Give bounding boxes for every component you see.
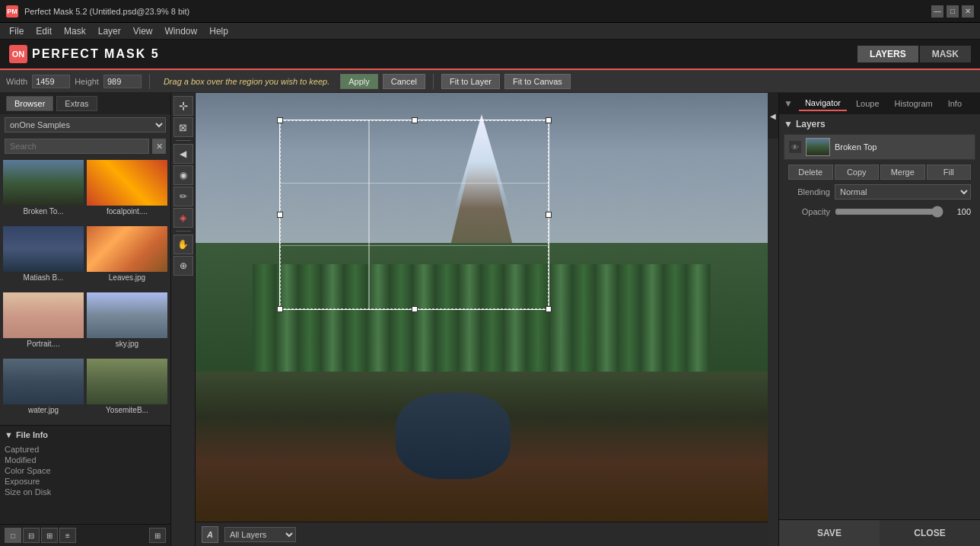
apply-button[interactable]: Apply [340, 74, 378, 89]
fit-to-layer-button[interactable]: Fit to Layer [441, 74, 500, 89]
color-picker-tool-button[interactable]: ◉ [173, 165, 193, 185]
exposure-label: Exposure [5, 477, 40, 486]
toolbar-separator [149, 74, 150, 89]
menu-help[interactable]: Help [203, 24, 234, 38]
list-view-button[interactable]: ≡ [59, 528, 76, 543]
thumbnail-image [3, 160, 84, 206]
handle-mid-left[interactable] [277, 212, 283, 218]
handle-bottom-right[interactable] [546, 306, 552, 312]
width-input[interactable] [32, 75, 70, 88]
menu-edit[interactable]: Edit [30, 24, 58, 38]
list-item[interactable]: water.jpg [3, 359, 84, 422]
right-panel-collapse-button[interactable]: ◀ [768, 93, 778, 139]
browser-bottom-toolbar: □ ⊟ ⊞ ≡ ⊞ [0, 524, 170, 546]
cancel-button[interactable]: Cancel [383, 74, 425, 89]
annotation-button[interactable]: A [202, 526, 218, 543]
close-panel-button[interactable]: CLOSE [880, 520, 980, 546]
thumbnail-label: sky.jpg [87, 338, 167, 350]
opacity-slider[interactable] [835, 206, 943, 218]
pan-tool-button[interactable]: ✋ [173, 235, 193, 254]
handle-mid-right[interactable] [546, 212, 552, 218]
close-window-button[interactable]: ✕ [962, 5, 974, 18]
handle-top-center[interactable] [412, 117, 418, 123]
layers-select[interactable]: All Layers Current Layer [224, 527, 296, 542]
single-view-button[interactable]: □ [5, 528, 21, 543]
layers-section-title[interactable]: ▼ Layers [784, 119, 975, 129]
thumbnail-image [3, 226, 84, 272]
handle-top-left[interactable] [277, 117, 283, 123]
info-tab[interactable]: Info [942, 97, 968, 110]
search-clear-button[interactable]: ✕ [152, 139, 166, 154]
layer-action-buttons: Delete Copy Merge Fill [784, 160, 975, 181]
list-item[interactable]: sky.jpg [87, 292, 167, 356]
blending-select[interactable]: Normal Multiply Screen Overlay [835, 184, 971, 200]
delete-layer-button[interactable]: Delete [788, 164, 833, 180]
handle-bottom-center[interactable] [412, 306, 418, 312]
right-collapse-icon[interactable]: ▼ [784, 98, 793, 109]
grid-button-container: ⊞ [149, 528, 166, 543]
layer-visibility-toggle[interactable]: 👁 [789, 141, 801, 153]
colorspace-label: Color Space [5, 466, 51, 475]
selection-border [280, 120, 549, 309]
window-title: Perfect Mask 5.2 (Untitled.psd@23.9% 8 b… [24, 7, 925, 16]
menu-file[interactable]: File [3, 24, 30, 38]
file-info-row: Captured [5, 444, 166, 455]
merge-layer-button[interactable]: Merge [880, 164, 925, 180]
thumbnail-label: Broken To... [3, 206, 84, 217]
crop-instruction: Drag a box over the region you wish to k… [164, 77, 329, 86]
title-bar: PM Perfect Mask 5.2 (Untitled.psd@23.9% … [0, 0, 980, 23]
save-button[interactable]: SAVE [779, 520, 880, 546]
three-view-button[interactable]: ⊞ [41, 528, 58, 543]
tool-separator [176, 140, 191, 141]
minimize-button[interactable]: — [931, 5, 943, 18]
tab-mask[interactable]: MASK [920, 46, 971, 62]
opacity-label: Opacity [788, 207, 830, 216]
menu-window[interactable]: Window [159, 24, 204, 38]
tab-layers[interactable]: LAYERS [858, 46, 918, 62]
back-tool-button[interactable]: ◀ [173, 144, 193, 164]
fit-to-canvas-button[interactable]: Fit to Canvas [504, 74, 571, 89]
height-input[interactable] [103, 75, 142, 88]
list-item[interactable]: Broken To... [3, 160, 84, 223]
crop-tool-button[interactable]: ⊹ [173, 96, 193, 116]
loupe-tab[interactable]: Loupe [850, 97, 886, 110]
crop-selection-box[interactable] [279, 120, 549, 310]
two-view-button[interactable]: ⊟ [23, 528, 40, 543]
eraser-tool-button[interactable]: ◈ [173, 208, 193, 228]
list-item[interactable]: Leaves.jpg [87, 226, 167, 289]
layer-item[interactable]: 👁 Broken Top [784, 135, 975, 159]
thumbnail-image [3, 292, 84, 338]
search-input[interactable] [5, 139, 149, 154]
sample-select[interactable]: onOne Samples [5, 117, 166, 133]
file-info-row: Modified [5, 455, 166, 465]
list-item[interactable]: Matiash B... [3, 226, 84, 289]
river-layer [396, 393, 510, 479]
canvas-bottom-bar: A All Layers Current Layer [196, 522, 768, 546]
browser-tab[interactable]: Browser [6, 96, 53, 111]
list-item[interactable]: YosemiteB... [87, 359, 167, 422]
navigator-tab[interactable]: Navigator [799, 96, 847, 111]
menu-layer[interactable]: Layer [92, 24, 127, 38]
transform-tool-button[interactable]: ⊠ [173, 117, 193, 137]
handle-top-right[interactable] [546, 117, 552, 123]
canvas-area: A All Layers Current Layer [196, 93, 768, 546]
handle-bottom-left[interactable] [277, 306, 283, 312]
file-info-header[interactable]: ▼ File Info [5, 430, 166, 439]
grid-button[interactable]: ⊞ [149, 528, 166, 543]
fill-layer-button[interactable]: Fill [927, 164, 972, 180]
menu-view[interactable]: View [127, 24, 159, 38]
zoom-tool-button[interactable]: ⊕ [173, 256, 193, 276]
thumbnail-grid: Broken To... focalpoint.... Matiash B...… [0, 157, 170, 425]
histogram-tab[interactable]: Histogram [889, 97, 939, 110]
thumbnail-label: water.jpg [3, 404, 84, 416]
list-item[interactable]: focalpoint.... [87, 160, 167, 223]
canvas-content[interactable] [196, 93, 768, 522]
extras-tab[interactable]: Extras [56, 96, 97, 111]
list-item[interactable]: Portrait.... [3, 292, 84, 356]
maximize-button[interactable]: □ [947, 5, 959, 18]
menu-mask[interactable]: Mask [58, 24, 92, 38]
brush-tool-button[interactable]: ✏ [173, 187, 193, 206]
layers-list: 👁 Broken Top [784, 134, 975, 160]
copy-layer-button[interactable]: Copy [835, 164, 880, 180]
logo-bar: ON PERFECT MASK 5 LAYERS MASK [0, 40, 980, 70]
